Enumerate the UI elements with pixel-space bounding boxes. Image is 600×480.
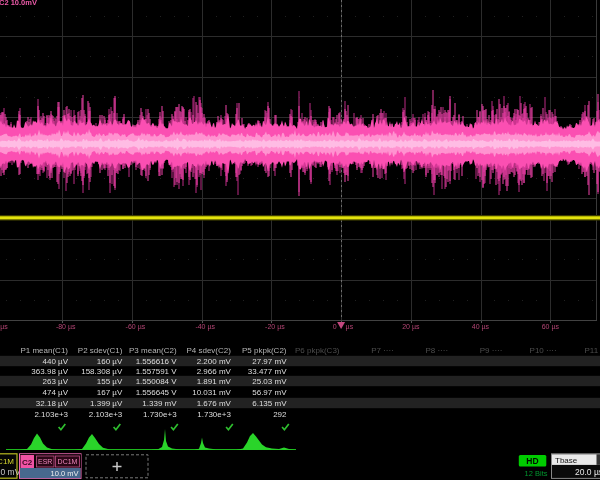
svg-text:33.477 mV: 33.477 mV: [248, 367, 287, 376]
svg-text:20 µs: 20 µs: [402, 323, 420, 331]
svg-text:292: 292: [273, 410, 287, 419]
svg-text:2.200 mV: 2.200 mV: [197, 357, 232, 366]
svg-text:C2 10.0mV: C2 10.0mV: [0, 0, 37, 7]
svg-text:P2 sdev(C1): P2 sdev(C1): [78, 346, 123, 355]
svg-text:1.556645 V: 1.556645 V: [136, 388, 178, 397]
svg-text:1.339 mV: 1.339 mV: [142, 399, 177, 408]
svg-text:HD: HD: [526, 456, 538, 466]
svg-text:1.730e+3: 1.730e+3: [197, 410, 231, 419]
svg-text:1.730e+3: 1.730e+3: [143, 410, 177, 419]
svg-text:2.103e+3: 2.103e+3: [34, 410, 68, 419]
svg-text:60 µs: 60 µs: [542, 323, 560, 331]
svg-text:-40 µs: -40 µs: [195, 323, 215, 331]
svg-text:C2: C2: [22, 458, 33, 467]
svg-text:P11 ····: P11 ····: [584, 346, 600, 355]
svg-text:P8 ····: P8 ····: [425, 346, 448, 355]
svg-text:ESR: ESR: [38, 458, 52, 465]
svg-text:1.399 µV: 1.399 µV: [90, 399, 123, 408]
svg-text:P5 pkpk(C2): P5 pkpk(C2): [242, 346, 287, 355]
svg-text:DC1M: DC1M: [0, 457, 14, 466]
svg-text:32.18 µV: 32.18 µV: [36, 399, 69, 408]
svg-text:167 µV: 167 µV: [97, 388, 123, 397]
svg-text:158.308 µV: 158.308 µV: [81, 367, 123, 376]
svg-text:6.135 mV: 6.135 mV: [252, 399, 287, 408]
svg-text:155 µV: 155 µV: [97, 377, 123, 386]
svg-text:160 µV: 160 µV: [97, 357, 123, 366]
svg-text:20.0 µs: 20.0 µs: [575, 467, 600, 477]
svg-text:474 µV: 474 µV: [42, 388, 68, 397]
svg-text:1.891 mV: 1.891 mV: [197, 377, 232, 386]
svg-text:2.103e+3: 2.103e+3: [89, 410, 123, 419]
svg-text:P9 ····: P9 ····: [480, 346, 503, 355]
svg-text:10.0 mV: 10.0 mV: [51, 469, 79, 478]
svg-text:363.98 µV: 363.98 µV: [31, 367, 68, 376]
svg-text:1.557591 V: 1.557591 V: [136, 367, 178, 376]
svg-text:12 Bits: 12 Bits: [525, 469, 548, 478]
svg-text:P4 sdev(C2): P4 sdev(C2): [186, 346, 231, 355]
svg-text:1.556616 V: 1.556616 V: [136, 357, 178, 366]
svg-text:P3 mean(C2): P3 mean(C2): [129, 346, 177, 355]
svg-text:-20 µs: -20 µs: [265, 323, 285, 331]
svg-text:10.031 mV: 10.031 mV: [192, 388, 231, 397]
svg-text:-60 µs: -60 µs: [126, 323, 146, 331]
svg-text:0 mV: 0 mV: [1, 467, 21, 477]
svg-text:0: 0: [333, 323, 337, 330]
svg-text:DC1M: DC1M: [58, 458, 78, 465]
svg-text:40 µs: 40 µs: [472, 323, 490, 331]
svg-text:P10 ····: P10 ····: [530, 346, 557, 355]
svg-text:27.97 mV: 27.97 mV: [252, 357, 287, 366]
svg-text:1.550084 V: 1.550084 V: [136, 377, 178, 386]
svg-text:440 µV: 440 µV: [42, 357, 68, 366]
svg-text:-100 µs: -100 µs: [0, 323, 8, 331]
svg-text:56.97 mV: 56.97 mV: [252, 388, 287, 397]
svg-text:2.966 mV: 2.966 mV: [197, 367, 232, 376]
svg-text:P1 mean(C1): P1 mean(C1): [20, 346, 68, 355]
svg-text:µs: µs: [346, 323, 354, 331]
svg-text:P6 pkpk(C3): P6 pkpk(C3): [295, 346, 340, 355]
svg-text:-80 µs: -80 µs: [56, 323, 76, 331]
svg-text:1.676 mV: 1.676 mV: [197, 399, 232, 408]
svg-text:263 µV: 263 µV: [42, 377, 68, 386]
svg-text:P7 ····: P7 ····: [371, 346, 394, 355]
svg-text:Tbase: Tbase: [555, 456, 578, 465]
svg-text:25.03 mV: 25.03 mV: [252, 377, 287, 386]
